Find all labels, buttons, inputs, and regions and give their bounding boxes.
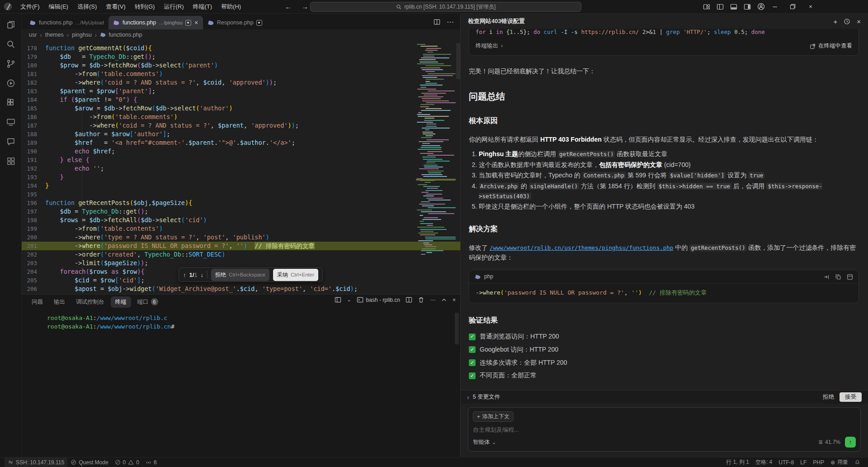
indentation[interactable]: 空格: 4: [752, 457, 775, 467]
minimap[interactable]: [416, 43, 456, 294]
eol-sequence[interactable]: LF: [797, 457, 810, 467]
breadcrumb-item[interactable]: usr: [29, 32, 37, 38]
command-center-search[interactable]: rplib.cn [SSH: 10.147.19.115] [管理员]: [310, 2, 581, 12]
close-panel-icon[interactable]: ×: [453, 297, 456, 303]
code-snippet[interactable]: ->where('password IS NULL OR password = …: [469, 284, 859, 303]
editor-scrollbar[interactable]: [456, 43, 460, 79]
extensions-icon[interactable]: [3, 95, 19, 110]
nav-back-icon[interactable]: ←: [285, 3, 292, 10]
terminal-profile-chevron-icon[interactable]: ⌄: [347, 297, 351, 303]
chat-message-area[interactable]: for i in {1..5}; do curl -I -s https://r…: [461, 29, 868, 390]
panel-tab[interactable]: 调试控制台: [71, 296, 109, 308]
code-line[interactable]: 196function getRecentPosts($obj,$pageSiz…: [22, 199, 460, 207]
breadcrumb-file[interactable]: functions.php: [100, 32, 142, 38]
menu-item[interactable]: 运行(R): [160, 1, 188, 12]
terminal-output[interactable]: root@osaka-A1:/www/wwwroot/rplib.c○root@…: [22, 309, 460, 331]
menu-item[interactable]: 终端(T): [189, 1, 216, 12]
menu-item[interactable]: 文件(F): [16, 1, 44, 12]
close-tab-icon[interactable]: ×: [194, 19, 198, 26]
toggle-panel-icon[interactable]: [730, 3, 737, 10]
restore-icon[interactable]: [790, 4, 796, 10]
code-line[interactable]: 206 $apost = $obj->widget('Widget_Archiv…: [22, 285, 460, 293]
minimize-icon[interactable]: ─: [772, 3, 778, 10]
breadcrumb-item[interactable]: pinghsu: [72, 32, 92, 38]
tab-response-php[interactable]: Response.php: [203, 16, 267, 29]
panel-tab[interactable]: 终端: [111, 296, 131, 308]
code-line[interactable]: 179 $db = Typecho_Db::get();: [22, 52, 460, 61]
code-line[interactable]: 186 ->from('table.comments'): [22, 113, 460, 121]
panel-more-icon[interactable]: ⋯: [430, 297, 435, 303]
terminal-instance[interactable]: bash - rplib.cn: [357, 296, 400, 303]
new-chat-icon[interactable]: +: [833, 18, 837, 25]
explorer-icon[interactable]: [3, 17, 19, 33]
new-terminal-icon[interactable]: [335, 296, 341, 303]
copy-icon[interactable]: [835, 274, 841, 280]
expand-changes-icon[interactable]: ›: [467, 394, 469, 401]
usage-indicator[interactable]: ⊕ 用量: [827, 457, 851, 467]
code-line[interactable]: 183 $parent = $prow['parent'];: [22, 87, 460, 95]
close-chat-icon[interactable]: ×: [857, 18, 861, 25]
view-in-terminal-link[interactable]: 在终端中查看: [810, 42, 852, 50]
quest-mode-indicator[interactable]: Quest Mode: [67, 457, 111, 467]
code-editor[interactable]: 178function getCommentAt($coid){179 $db …: [22, 40, 460, 294]
menu-item[interactable]: 选择(S): [73, 1, 101, 12]
problems-indicator[interactable]: 0 0: [112, 457, 142, 467]
terminal-output-label[interactable]: 终端输出: [476, 42, 498, 50]
ports-indicator[interactable]: 6: [142, 457, 160, 467]
code-line[interactable]: 200 ->where('type = ? AND status = ?', '…: [22, 233, 460, 242]
chat-icon[interactable]: [3, 134, 19, 149]
next-change-icon[interactable]: ↓: [201, 271, 204, 279]
insert-at-cursor-icon[interactable]: [823, 274, 830, 280]
chat-history-icon[interactable]: [844, 18, 850, 25]
accept-all-button[interactable]: 接受: [840, 392, 862, 402]
code-line[interactable]: 181 ->from('table.comments'): [22, 70, 460, 78]
code-line[interactable]: 184 if ($parent != "0") {: [22, 95, 460, 104]
toggle-secondary-sidebar-icon[interactable]: [744, 3, 751, 10]
code-line[interactable]: 193 }: [22, 173, 460, 181]
reject-button[interactable]: 拒绝 Ctrl+Backspace: [211, 269, 269, 281]
nav-forward-icon[interactable]: →: [302, 3, 308, 10]
remote-indicator[interactable]: SSH: 10.147.19.115: [5, 457, 67, 467]
split-editor-icon[interactable]: [434, 19, 440, 25]
panel-tab[interactable]: 端口6: [133, 296, 163, 308]
panel-tab[interactable]: 输出: [49, 296, 70, 308]
menu-item[interactable]: 转到(G): [131, 1, 159, 12]
account-icon[interactable]: [757, 3, 765, 10]
code-line[interactable]: 199 ->from('table.contents'): [22, 224, 460, 233]
menu-item[interactable]: 编辑(E): [45, 1, 72, 12]
custom-grid-icon[interactable]: [3, 153, 19, 169]
open-in-editor-icon[interactable]: [847, 274, 853, 280]
remote-explorer-icon[interactable]: [3, 114, 19, 130]
notifications-bell[interactable]: [851, 457, 863, 467]
search-sidebar-icon[interactable]: [3, 37, 19, 52]
panel-tab[interactable]: 问题: [27, 296, 47, 308]
code-line[interactable]: 182 ->where('coid = ? AND status = ?', $…: [22, 78, 460, 87]
code-line[interactable]: 195: [22, 190, 460, 199]
close-window-icon[interactable]: ×: [807, 3, 814, 10]
more-actions-icon[interactable]: ⋯: [447, 18, 454, 26]
split-terminal-icon[interactable]: [406, 296, 412, 303]
code-line[interactable]: 189 $href = '<a href="#comment-'.$parent…: [22, 138, 460, 147]
maximize-panel-icon[interactable]: [441, 297, 447, 303]
add-context-chip[interactable]: + 添加上下文: [473, 411, 514, 422]
code-line[interactable]: 191 } else {: [22, 156, 460, 164]
menu-item[interactable]: 查看(V): [102, 1, 129, 12]
reject-all-button[interactable]: 拒绝: [823, 393, 834, 401]
code-line[interactable]: 180 $prow = $db->fetchRow($db->select('p…: [22, 61, 460, 70]
cursor-position[interactable]: 行 1, 列 1: [723, 457, 752, 467]
kill-terminal-icon[interactable]: [418, 296, 425, 303]
code-line[interactable]: 197 $db = Typecho_Db::get();: [22, 207, 460, 216]
send-button[interactable]: ↑: [845, 437, 856, 448]
encoding[interactable]: UTF-8: [775, 457, 797, 467]
chat-input-box[interactable]: + 添加上下文 自主规划及编程... 智能体 ⌄ ≣ 41.7% ↑: [468, 407, 861, 452]
breadcrumb-item[interactable]: themes: [45, 32, 64, 38]
code-line[interactable]: 187 ->where('coid = ? AND status = ?', $…: [22, 121, 460, 130]
customize-layout-icon[interactable]: [703, 3, 710, 10]
code-line[interactable]: 198 $rows = $db->fetchAll($db->select('c…: [22, 216, 460, 224]
agent-mode-picker[interactable]: 智能体 ⌄: [473, 438, 496, 446]
tab-functions-php-myupload[interactable]: functions.php …/MyUpload: [25, 16, 108, 29]
code-line[interactable]: 185 $arow = $db->fetchRow($db->select('a…: [22, 104, 460, 113]
code-line[interactable]: 202 ->order('created', Typecho_Db::SORT_…: [22, 250, 460, 259]
code-line[interactable]: 203 ->limit($pageSize));: [22, 259, 460, 267]
modified-indicator-icon[interactable]: [256, 20, 262, 26]
